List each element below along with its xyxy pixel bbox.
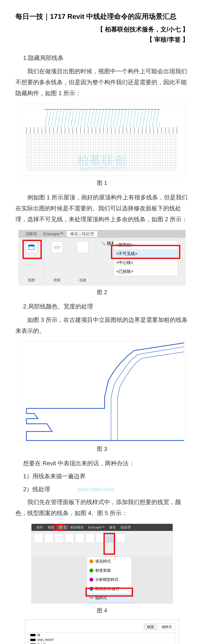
fig3-image: [18, 342, 186, 442]
tab-addins[interactable]: 附加模块: [68, 525, 86, 530]
panel-create: 创建: [70, 238, 96, 285]
ruler-icon: [54, 244, 60, 250]
figure-2: Q模块 Enscape™ 修改 | 线处理 视图 测量 创建 ↘ 线样式: <按…: [15, 230, 189, 296]
para-1-2: 例如图 1 所示屋顶，画好的屋顶构件上有很多线条，但是我们在实际出图的时候是不需…: [15, 192, 189, 225]
panel-view-label: 视图: [28, 278, 35, 282]
profile-svg: [19, 342, 186, 442]
dlg-tab-lineweight[interactable]: 线宽: [144, 624, 157, 630]
menu-matres[interactable]: 材质资源: [87, 566, 132, 575]
tab-modify4[interactable]: 修改: [107, 525, 118, 530]
linestyle-list[interactable]: 线 DNA_HIDOF 中心线 JZ线 MEP 隐藏 宽线 已拆除 房间边界 架…: [29, 632, 175, 644]
list-row: 线: [29, 633, 175, 638]
highlight-other-btn: [103, 533, 115, 555]
ribbon4-body: [31, 531, 173, 557]
figure-3: 图 3: [15, 342, 189, 453]
para-2-3: 我们先在管理面板下的线样式中，添加我们想要的线宽，颜色，线型图案的线条，如图 4…: [15, 497, 189, 518]
fig4-image: 协作 视图 管理 附加模块 Enscape™ 修改 线处理 填充样: [31, 524, 173, 604]
fill-icon: [90, 560, 93, 563]
para-1-1: 我们在做项目出图的时候，视图中一个构件上可能会出现我们不想要的多余线条，但是因为…: [15, 66, 189, 99]
tab-qmodule[interactable]: Q模块: [22, 231, 40, 237]
section-1-heading: 1.隐藏局部线条: [23, 54, 189, 62]
btn-snap[interactable]: [55, 534, 64, 542]
opt-2: 2）线处理 www.lcbim.com: [23, 484, 189, 495]
menu-fill-label: 填充样式: [95, 559, 111, 564]
fig1-image: 柏慕联创 www.lcbim.com: [18, 104, 186, 176]
tab-enscape[interactable]: Enscape™: [40, 232, 67, 236]
fig3-caption: 图 3: [97, 445, 107, 453]
linestyle-icon: [90, 598, 93, 598]
review-line: 【 审核/李签 】: [15, 36, 189, 44]
tab-modify-linework[interactable]: 修改 | 线处理: [67, 231, 97, 237]
byline: 【 柏慕联创技术服务，文/小七 】: [15, 25, 189, 34]
menu-matres-label: 材质资源: [95, 568, 111, 573]
inline-watermark: www.lcbim.com: [77, 486, 114, 492]
menu-analysis[interactable]: 分析模型样式: [87, 575, 132, 584]
highlight-linestyle-menu: [86, 588, 133, 596]
figure-4: 协作 视图 管理 附加模块 Enscape™ 修改 线处理 填充样: [15, 524, 189, 614]
swatch-icon: [30, 644, 35, 644]
row-label: 线: [37, 633, 40, 637]
figure-1: 柏慕联创 www.lcbim.com 图 1: [15, 104, 189, 187]
svg-rect-2: [55, 246, 60, 248]
panel-measure: 测量: [44, 238, 70, 285]
create-button[interactable]: [77, 241, 89, 253]
document-root: 每日一技｜1717 Revit 中线处理命令的应用场景汇总 【 柏慕联创技术服务…: [0, 0, 204, 644]
measure-button[interactable]: [51, 241, 63, 253]
dlg-tab-linestyle[interactable]: 线样式: [159, 624, 175, 630]
btn-projinfo[interactable]: [65, 534, 74, 542]
dd-centerline[interactable]: <中心线>: [114, 258, 178, 267]
tab-linework4[interactable]: 线处理: [118, 525, 133, 530]
highlight-box-button: [22, 240, 42, 259]
ribbon-tabs: Q模块 Enscape™ 修改 | 线处理: [19, 230, 186, 238]
list-row: 中心线: [29, 642, 175, 644]
ribbon4-buttons: [33, 533, 171, 555]
fig2-image: Q模块 Enscape™ 修改 | 线处理 视图 测量 创建 ↘ 线样式: <按…: [18, 230, 186, 285]
panel-create-label: 创建: [79, 278, 86, 282]
btn-location[interactable]: [116, 534, 125, 542]
roof-grid: [26, 134, 178, 171]
fig2-caption: 图 2: [97, 288, 107, 296]
btn-mep[interactable]: [86, 534, 95, 542]
opt-2-text: 2）线处理: [23, 486, 50, 492]
swatch-icon: [30, 634, 35, 636]
fig1-caption: 图 1: [97, 179, 107, 187]
ribbon4-tabs: 协作 视图 管理 附加模块 Enscape™ 修改 线处理: [31, 524, 173, 531]
para-2-2: 想要在 Revit 中表现出来的话，两种办法：: [23, 458, 189, 469]
page-title: 每日一技｜1717 Revit 中线处理命令的应用场景汇总: [15, 12, 189, 22]
highlight-box-dropdown: [111, 245, 180, 259]
para-2-1: 如图 3 所示，在古建项目中立面图纸的边界是需要加粗的线条来表示的。: [15, 314, 189, 336]
dd-demolished[interactable]: <已拆除>: [114, 267, 178, 276]
menu-fill[interactable]: 填充样式: [87, 557, 132, 566]
fig5-image: 线宽 线样式 线 DNA_HIDOF 中心线 JZ线 MEP 隐藏 宽线 已拆除…: [25, 620, 179, 644]
list-row: DNA_HIDOF: [29, 638, 175, 642]
roof-band: [26, 127, 178, 134]
tab-enscape4[interactable]: Enscape™: [86, 526, 107, 529]
highlight-manage-tab: [54, 524, 64, 531]
section-2-heading: 2.局部线颜色、宽度的处理: [23, 302, 189, 310]
figure-5: 线宽 线样式 线 DNA_HIDOF 中心线 JZ线 MEP 隐藏 宽线 已拆除…: [15, 620, 189, 644]
fig4-caption: 图 4: [97, 607, 107, 614]
btn-shared[interactable]: [75, 534, 84, 542]
menu-analysis-label: 分析模型样式: [95, 577, 118, 582]
roof-hatch: [44, 109, 160, 127]
row-label: 中心线: [37, 643, 46, 644]
tab-collab[interactable]: 协作: [34, 525, 45, 530]
matres-icon: [90, 568, 93, 572]
analysis-icon: [90, 578, 93, 582]
dialog-tabs: 线宽 线样式: [29, 624, 175, 630]
row-label: DNA_HIDOF: [37, 638, 54, 642]
btn-objstyle[interactable]: [44, 534, 53, 542]
opt-1: 1）用线条来描一遍边界: [23, 471, 189, 482]
swatch-icon: [30, 639, 35, 641]
btn-material[interactable]: [34, 534, 43, 542]
panel-measure-label: 测量: [53, 278, 61, 282]
